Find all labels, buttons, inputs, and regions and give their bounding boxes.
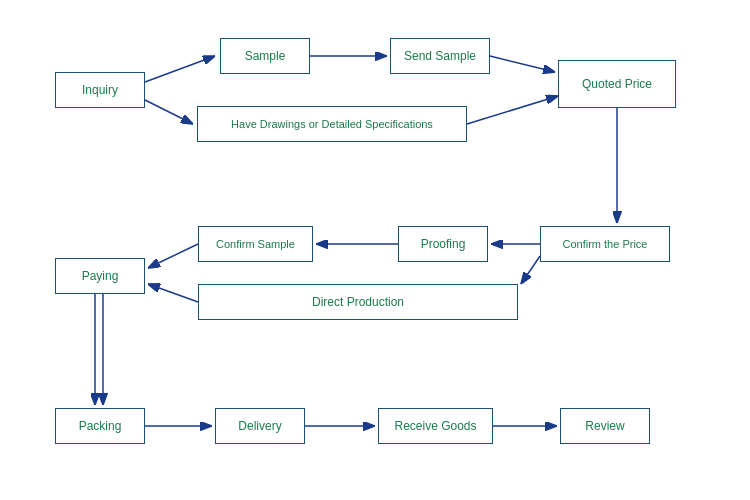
sample-box: Sample — [220, 38, 310, 74]
have-drawings-box: Have Drawings or Detailed Specifications — [197, 106, 467, 142]
receive-goods-box: Receive Goods — [378, 408, 493, 444]
svg-line-10 — [521, 256, 540, 284]
svg-line-11 — [148, 284, 198, 302]
packing-box: Packing — [55, 408, 145, 444]
send-sample-box: Send Sample — [390, 38, 490, 74]
svg-line-4 — [490, 56, 555, 72]
svg-line-2 — [145, 100, 193, 124]
svg-line-5 — [467, 96, 558, 124]
delivery-box: Delivery — [215, 408, 305, 444]
paying-box: Paying — [55, 258, 145, 294]
confirm-sample-box: Confirm Sample — [198, 226, 313, 262]
svg-line-1 — [145, 56, 215, 82]
inquiry-box: Inquiry — [55, 72, 145, 108]
svg-line-9 — [148, 244, 198, 268]
review-box: Review — [560, 408, 650, 444]
confirm-price-box: Confirm the Price — [540, 226, 670, 262]
proofing-box: Proofing — [398, 226, 488, 262]
flowchart: Inquiry Sample Have Drawings or Detailed… — [0, 0, 750, 500]
direct-production-box: Direct Production — [198, 284, 518, 320]
quoted-price-box: Quoted Price — [558, 60, 676, 108]
